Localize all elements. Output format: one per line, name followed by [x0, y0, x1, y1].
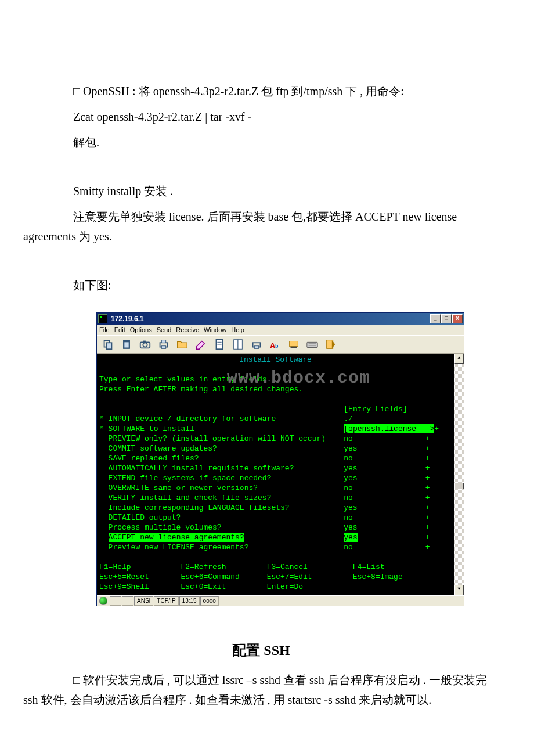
- status-proto: TCP/IP: [154, 596, 178, 606]
- paragraph-unpack: 解包.: [23, 132, 499, 152]
- menu-bar[interactable]: File Edit Options Send Receive Window He…: [97, 325, 464, 335]
- close-button[interactable]: X: [452, 314, 463, 323]
- toolbar-print-icon[interactable]: [155, 336, 172, 352]
- window-titlebar[interactable]: 172.19.6.1 _ □ X: [97, 313, 464, 325]
- svg-rect-6: [143, 341, 146, 343]
- paragraph-license-note: 注意要先单独安装 license. 后面再安装 base 包,都要选择 ACCE…: [23, 207, 499, 246]
- maximize-button[interactable]: □: [441, 314, 452, 323]
- menu-file[interactable]: File: [99, 326, 110, 333]
- menu-window[interactable]: Window: [204, 326, 226, 333]
- minimize-button[interactable]: _: [430, 314, 441, 323]
- status-ansi: ANSI: [134, 596, 153, 606]
- scrollbar[interactable]: ▲ ▼: [454, 354, 464, 595]
- svg-point-5: [143, 343, 147, 347]
- toolbar-exit-icon[interactable]: [322, 336, 340, 352]
- scroll-track[interactable]: [454, 364, 464, 585]
- toolbar-paste-icon[interactable]: [118, 336, 135, 352]
- svg-rect-14: [238, 340, 242, 350]
- toolbar-doc2-icon[interactable]: [229, 336, 247, 352]
- menu-send[interactable]: Send: [157, 326, 172, 333]
- paragraph-see-figure: 如下图:: [23, 275, 499, 295]
- toolbar-camera-icon[interactable]: [136, 336, 154, 352]
- terminal-window: 172.19.6.1 _ □ X File Edit Options Send …: [96, 312, 464, 606]
- svg-rect-9: [161, 346, 165, 349]
- section-heading-configure-ssh: 配置 SSH: [23, 641, 499, 660]
- svg-rect-19: [290, 341, 298, 347]
- menu-help[interactable]: Help: [231, 326, 244, 333]
- paragraph-smitty: Smitty installp 安装 .: [23, 181, 499, 201]
- paragraph-openssh-cmd: □ OpenSSH : 将 openssh-4.3p2-r2.tar.Z 包 f…: [23, 81, 499, 101]
- menu-edit[interactable]: Edit: [114, 326, 125, 333]
- toolbar-doc1-icon[interactable]: [211, 336, 228, 352]
- toolbar-eraser-icon[interactable]: [192, 336, 210, 352]
- svg-rect-16: [254, 346, 258, 349]
- menu-receive[interactable]: Receive: [176, 326, 199, 333]
- svg-rect-21: [307, 342, 317, 347]
- toolbar-font-icon[interactable]: Ab: [266, 336, 284, 352]
- scroll-up-button[interactable]: ▲: [454, 354, 464, 364]
- status-extra: oooo: [200, 596, 219, 606]
- window-icon: [98, 314, 107, 323]
- window-title: 172.19.6.1: [110, 315, 144, 323]
- paragraph-after-install: □ 软件安装完成后 , 可以通过 lssrc –s sshd 查看 ssh 后台…: [23, 670, 499, 710]
- svg-rect-1: [106, 343, 111, 349]
- toolbar-device-icon[interactable]: [285, 336, 302, 352]
- scroll-thumb[interactable]: [454, 483, 464, 489]
- menu-options[interactable]: Options: [130, 326, 152, 333]
- toolbar: Ab: [97, 335, 464, 354]
- svg-rect-8: [161, 340, 165, 343]
- paragraph-zcat: Zcat openssh-4.3p2-r2.tar.Z | tar -xvf -: [23, 107, 499, 127]
- toolbar-folder-icon[interactable]: [174, 336, 191, 352]
- svg-text:b: b: [275, 343, 279, 350]
- svg-text:A: A: [270, 341, 275, 350]
- status-time: 13:15: [179, 596, 200, 606]
- status-led-icon: [99, 597, 107, 605]
- toolbar-copy-icon[interactable]: [99, 336, 117, 352]
- scroll-down-button[interactable]: ▼: [454, 585, 464, 595]
- toolbar-print2-icon[interactable]: [248, 336, 265, 352]
- svg-rect-13: [234, 340, 238, 350]
- status-bar: ANSI TCP/IP 13:15 oooo: [97, 595, 464, 606]
- svg-rect-20: [291, 347, 297, 348]
- status-cell-blank1: [110, 596, 121, 606]
- toolbar-keyboard-icon[interactable]: [304, 336, 321, 352]
- svg-rect-3: [124, 342, 128, 347]
- terminal-body[interactable]: Install Software Type or select values i…: [97, 354, 454, 595]
- status-cell-blank2: [122, 596, 134, 606]
